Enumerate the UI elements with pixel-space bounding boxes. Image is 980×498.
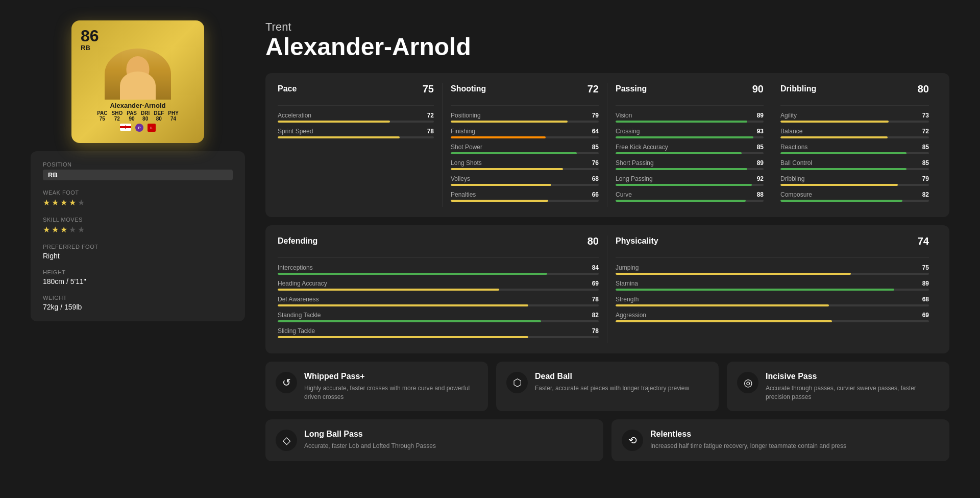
stats-grid: Pace75Acceleration72Sprint Speed78Shooti… <box>265 73 949 217</box>
stat-value-label: 85 <box>592 144 599 151</box>
stat-name-label: Short Passing <box>616 159 654 167</box>
stat-bar-container <box>616 168 764 170</box>
stat-category-name: Passing <box>616 84 647 93</box>
stat-bar-container <box>278 289 599 291</box>
stat-row-header: Jumping75 <box>616 264 929 271</box>
stat-bar-fill <box>278 289 499 291</box>
stat-bar-container <box>616 273 929 275</box>
star-2: ★ <box>52 198 59 207</box>
star-4: ★ <box>69 198 76 207</box>
preferred-foot-value: Right <box>43 252 233 260</box>
stat-bar-fill <box>278 304 528 306</box>
height-value: 180cm / 5'11" <box>43 277 233 286</box>
card-stat-dri-value: 80 <box>142 116 148 122</box>
stat-category-value: 74 <box>918 235 929 247</box>
stat-bar-container <box>451 152 599 154</box>
stat-bar-container <box>451 168 599 170</box>
height-label: Height <box>43 269 233 275</box>
stat-category-passing: Passing90Vision89Crossing93Free Kick Acc… <box>607 83 772 207</box>
weight-info-item: Weight 72kg / 159lb <box>43 295 233 311</box>
stat-row-header: Stamina89 <box>616 280 929 287</box>
trait-description: Highly accurate, faster crosses with mor… <box>304 384 478 401</box>
card-stat-pac: PAC 75 <box>97 110 107 122</box>
stat-row: Balance72 <box>780 128 929 138</box>
card-stat-pas-label: PAS <box>127 110 137 116</box>
stat-category-name: Dribbling <box>780 84 816 93</box>
stat-name-label: Balance <box>780 128 802 135</box>
stat-row: Stamina89 <box>616 280 929 291</box>
trait-icon: ↺ <box>276 372 297 393</box>
stat-name-label: Long Passing <box>616 175 653 182</box>
card-player-image <box>105 49 171 100</box>
stat-row: Aggression69 <box>616 312 929 322</box>
stat-bar-fill <box>780 168 906 170</box>
stat-name-label: Aggression <box>616 312 646 319</box>
stat-category-header-shooting: Shooting72 <box>451 83 599 99</box>
silhouette-body <box>120 72 156 100</box>
stat-name-label: Standing Tackle <box>278 312 321 319</box>
traits-grid-row1: ↺Whipped Pass+Highly accurate, faster cr… <box>265 362 949 412</box>
stat-value-label: 68 <box>922 296 929 303</box>
stat-bar-container <box>780 136 929 138</box>
stat-bar-fill <box>451 184 551 186</box>
stat-category-name: Physicality <box>616 236 658 246</box>
league-icon: P <box>135 124 143 132</box>
trait-name: Relentless <box>650 430 846 439</box>
stat-bar-fill <box>278 121 390 123</box>
left-panel: 86 RB Alexander-Arnold PAC 75 SHO 72 <box>31 20 245 461</box>
stat-bar-container <box>451 136 599 138</box>
stat-bar-fill <box>780 152 906 154</box>
stat-row-header: Sprint Speed78 <box>278 128 434 135</box>
stat-name-label: Agility <box>780 112 797 119</box>
stat-bar-fill <box>451 200 548 202</box>
stat-bar-container <box>451 184 599 186</box>
stat-row-header: Long Passing92 <box>616 175 764 182</box>
stat-category-value: 80 <box>587 235 599 247</box>
stat-value-label: 78 <box>427 128 434 135</box>
star-3: ★ <box>60 198 67 207</box>
stat-row: Dribbling79 <box>780 175 929 186</box>
stat-bar-container <box>451 121 599 123</box>
stat-bar-container <box>616 200 764 202</box>
stat-name-label: Volleys <box>451 175 470 182</box>
stat-bar-fill <box>616 184 752 186</box>
stat-bar-fill <box>616 289 894 291</box>
stat-value-label: 79 <box>592 112 599 119</box>
card-stat-def: DEF 80 <box>154 110 164 122</box>
stat-category-name: Defending <box>278 236 317 246</box>
stat-row-header: Crossing93 <box>616 128 764 135</box>
stat-bar-container <box>616 184 764 186</box>
stat-bar-fill <box>616 136 753 138</box>
stat-row-header: Standing Tackle82 <box>278 312 599 319</box>
stat-row: Long Passing92 <box>616 175 764 186</box>
trait-name: Incisive Pass <box>766 372 939 381</box>
main-container: 86 RB Alexander-Arnold PAC 75 SHO 72 <box>0 0 980 482</box>
stat-row: Crossing93 <box>616 128 764 138</box>
right-panel: Trent Alexander-Arnold Pace75Acceleratio… <box>265 20 949 461</box>
stat-row-header: Composure82 <box>780 191 929 198</box>
player-info-box: Position RB Weak Foot ★ ★ ★ ★ ★ Skill Mo… <box>31 151 245 321</box>
skill-moves-label: Skill Moves <box>43 217 233 223</box>
weak-foot-info-item: Weak Foot ★ ★ ★ ★ ★ <box>43 189 233 207</box>
stat-value-label: 72 <box>427 112 434 119</box>
stat-bar-fill <box>616 304 829 306</box>
stat-row: Curve88 <box>616 191 764 202</box>
card-stat-sho-label: SHO <box>112 110 123 116</box>
trait-name: Long Ball Pass <box>304 430 436 439</box>
stat-bar-fill <box>451 121 568 123</box>
preferred-foot-label: Preferred Foot <box>43 244 233 250</box>
england-flag-icon <box>120 124 131 131</box>
stat-bar-fill <box>616 320 832 322</box>
stat-value-label: 84 <box>592 264 599 271</box>
card-icons-row: P L <box>120 124 156 132</box>
stat-row-header: Agility73 <box>780 112 929 119</box>
stat-row-header: Curve88 <box>616 191 764 198</box>
stat-value-label: 92 <box>757 175 764 182</box>
trait-icon: ⟲ <box>622 430 643 451</box>
stat-row-header: Sliding Tackle78 <box>278 327 599 335</box>
stat-category-value: 90 <box>752 83 764 95</box>
stat-bar-fill <box>616 168 747 170</box>
stat-category-header-physicality: Physicality74 <box>616 235 929 251</box>
stat-value-label: 76 <box>592 159 599 167</box>
stat-row: Vision89 <box>616 112 764 123</box>
